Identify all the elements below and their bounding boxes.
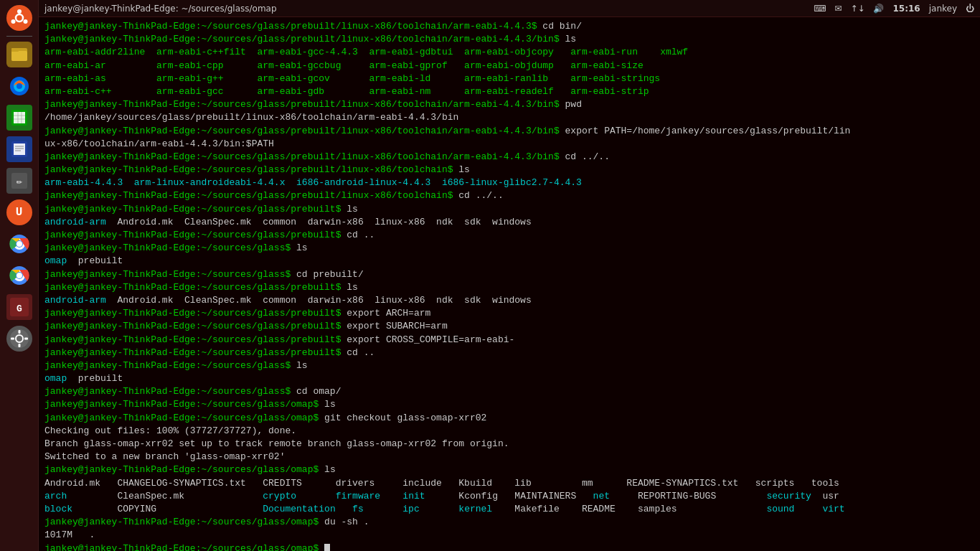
chrome-icon [6,263,32,288]
dock-item-chromium[interactable] [4,229,34,259]
terminal-line: arm-eabi-4.4.3 arm-linux-androideabi-4.4… [44,176,974,189]
titlebar-right: ⌨ ✉ ↑↓ 🔊 15:16 jankey ⏻ [814,4,974,14]
keyboard-indicator: ⌨ [814,4,826,14]
svg-rect-7 [11,48,19,52]
dock-item-chrome[interactable] [4,260,34,291]
svg-text:G: G [17,303,22,314]
mail-icon: ✉ [834,4,842,14]
titlebar: jankey@jankey-ThinkPad-Edge: ~/sources/g… [39,0,980,17]
dock-divider [6,36,32,37]
terminal-line: jankey@jankey-ThinkPad-Edge:~/sources/gl… [44,307,974,320]
terminal-line: jankey@jankey-ThinkPad-Edge:~/sources/gl… [44,98,974,111]
writer-icon [6,136,32,162]
files-icon [6,42,32,67]
terminal-line: arm-eabi-c++ arm-eabi-gcc arm-eabi-gdb a… [44,85,974,98]
window-title: jankey@jankey-ThinkPad-Edge: ~/sources/g… [44,4,277,14]
terminal-line: jankey@jankey-ThinkPad-Edge:~/sources/gl… [44,385,974,398]
svg-rect-6 [11,51,27,61]
network-icon: ↑↓ [850,4,864,14]
terminal-line: android-arm Android.mk CleanSpec.mk comm… [44,294,974,307]
main-area: jankey@jankey-ThinkPad-Edge: ~/sources/g… [39,0,980,551]
settings-icon [6,326,32,352]
terminal-line: omap prebuilt [44,255,974,268]
terminal-line-ls-row2: arch CleanSpec.mk crypto firmware init K… [44,490,974,503]
dock-item-texteditor[interactable]: ✏ [4,166,34,196]
prompt: jankey@jankey-ThinkPad-Edge:~/sources/gl… [44,34,565,44]
terminal-line: jankey@jankey-ThinkPad-Edge:~/sources/gl… [44,189,974,202]
svg-rect-38 [11,338,14,340]
terminal-line: Branch glass-omap-xrr02 set up to track … [44,438,974,451]
svg-point-10 [17,83,22,89]
terminal-line: jankey@jankey-ThinkPad-Edge:~/sources/gl… [44,242,974,255]
terminal-line: jankey@jankey-ThinkPad-Edge:~/sources/gl… [44,359,974,372]
terminal-line-ls-row1: Android.mk CHANGELOG-SYNAPTICS.txt CREDI… [44,477,974,490]
terminal-line: jankey@jankey-ThinkPad-Edge:~/sources/gl… [44,281,974,294]
terminal-line: ux-x86/toolchain/arm-eabi-4.4.3/bin:$PAT… [44,138,974,151]
ubuntuone-icon: U [6,199,32,225]
terminal-line: jankey@jankey-ThinkPad-Edge:~/sources/gl… [44,463,974,476]
clock: 15:16 [892,4,920,14]
svg-point-3 [23,19,27,24]
volume-icon: 🔊 [873,4,884,14]
terminal-line: omap prebuilt [44,372,974,385]
svg-text:✏: ✏ [16,176,22,187]
username: jankey [929,4,957,14]
terminal-line: jankey@jankey-ThinkPad-Edge:~/sources/gl… [44,268,974,281]
terminal-line: Checking out files: 100% (37727/37727), … [44,425,974,438]
prompt: jankey@jankey-ThinkPad-Edge:~/sources/gl… [44,21,542,32]
svg-rect-18 [14,143,25,155]
terminal-line: jankey@jankey-ThinkPad-Edge:~/sources/gl… [44,20,974,33]
firefox-icon [6,73,32,99]
dock-item-files[interactable] [4,39,34,70]
calc-icon [6,105,32,131]
terminal-line: jankey@jankey-ThinkPad-Edge:~/sources/gl… [44,320,974,333]
terminal-line: android-arm Android.mk CleanSpec.mk comm… [44,216,974,229]
cursor [324,544,330,552]
terminal-line: jankey@jankey-ThinkPad-Edge:~/sources/gl… [44,203,974,216]
terminal-line: jankey@jankey-ThinkPad-Edge:~/sources/gl… [44,151,974,164]
terminal-line: jankey@jankey-ThinkPad-Edge:~/sources/gl… [44,125,974,138]
svg-rect-12 [14,112,25,123]
terminal-line: jankey@jankey-ThinkPad-Edge:~/sources/gl… [44,412,974,425]
ubuntu-icon [6,5,32,31]
svg-rect-39 [24,338,28,340]
dock-item-gimp[interactable]: G [4,292,34,322]
svg-rect-37 [18,344,20,347]
svg-point-2 [17,9,22,14]
terminal-line: arm-eabi-addr2line arm-eabi-c++filt arm-… [44,46,974,59]
svg-point-4 [11,19,15,24]
terminal-prompt-line: jankey@jankey-ThinkPad-Edge:~/sources/gl… [44,542,974,552]
terminal-line: jankey@jankey-ThinkPad-Edge:~/sources/gl… [44,516,974,529]
terminal-output[interactable]: jankey@jankey-ThinkPad-Edge:~/sources/gl… [39,17,980,551]
terminal-line: jankey@jankey-ThinkPad-Edge:~/sources/gl… [44,164,974,176]
texteditor-icon: ✏ [6,168,32,194]
terminal-line: jankey@jankey-ThinkPad-Edge:~/sources/gl… [44,229,974,242]
taskbar: ✏ U [0,0,39,551]
terminal-line: 1017M . [44,529,974,542]
svg-rect-36 [18,330,20,334]
terminal-line-ls-row3: block COPYING Documentation fs ipc kerne… [44,503,974,516]
dock-item-firefox[interactable] [4,71,34,101]
svg-point-31 [17,273,22,278]
dock-item-ubuntu[interactable] [4,3,34,33]
terminal-line: jankey@jankey-ThinkPad-Edge:~/sources/gl… [44,334,974,347]
chromium-icon [6,231,32,257]
dock-item-calc[interactable] [4,103,34,133]
dock-item-ubuntuone[interactable]: U [4,197,34,227]
svg-point-27 [17,241,22,247]
power-icon: ⏻ [966,4,974,14]
terminal-line: jankey@jankey-ThinkPad-Edge:~/sources/gl… [44,33,974,46]
terminal-line: Switched to a new branch 'glass-omap-xrr… [44,451,974,463]
dock-item-writer[interactable] [4,134,34,164]
gimp-icon: G [6,294,32,320]
terminal-line: /home/jankey/sources/glass/prebuilt/linu… [44,111,974,124]
terminal-line: arm-eabi-as arm-eabi-g++ arm-eabi-gcov a… [44,72,974,85]
dock-item-settings[interactable] [4,324,34,354]
terminal-line: arm-eabi-ar arm-eabi-cpp arm-eabi-gccbug… [44,60,974,72]
terminal-line: jankey@jankey-ThinkPad-Edge:~/sources/gl… [44,347,974,359]
terminal-line: jankey@jankey-ThinkPad-Edge:~/sources/gl… [44,398,974,411]
ubuntuone-label: U [16,206,23,219]
